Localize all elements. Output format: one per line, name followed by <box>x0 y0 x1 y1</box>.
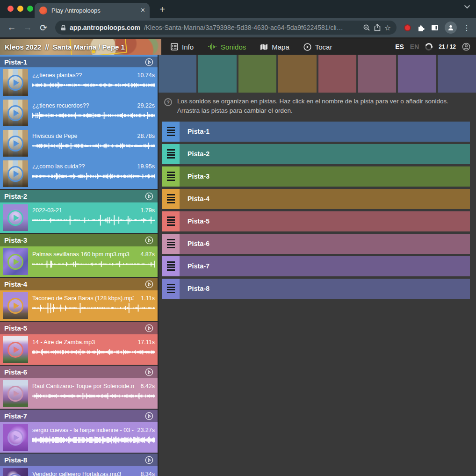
nav-tab-mapa[interactable]: Mapa <box>260 43 289 51</box>
drag-handle-icon[interactable] <box>162 166 180 187</box>
side-panel-icon[interactable] <box>431 24 439 31</box>
clip-item[interactable]: Taconeo de Sara Baras (128 kbps).mp31.11… <box>0 290 158 321</box>
track-row-button-pista-4[interactable]: Pista-4 <box>180 189 470 209</box>
nav-tab-info[interactable]: Info <box>171 43 194 51</box>
sidebar-track-header-pista-2[interactable]: Pista-2 <box>0 190 158 202</box>
lang-en-button[interactable]: EN <box>410 43 419 50</box>
tab-close-icon[interactable]: × <box>141 7 145 14</box>
clip-play-triangle-icon <box>14 171 19 177</box>
sidebar-track-pista-1: Pista-1¿¿tienes plantas??10.74s¿¿tienes … <box>0 55 158 189</box>
clip-thumbnail[interactable] <box>3 130 28 157</box>
sidebar-track-name: Pista-3 <box>4 236 27 244</box>
clip-item[interactable]: Raul Cantizano- Toque por Solenoide.mp36… <box>0 378 158 409</box>
browser-tab-strip: Play Antropoloops × + <box>0 0 476 18</box>
clip-thumbnail[interactable] <box>3 160 28 187</box>
track-row-button-pista-1[interactable]: Pista-1 <box>180 122 470 142</box>
sidebar-track-header-pista-5[interactable]: Pista-5 <box>0 322 158 334</box>
track-row-button-pista-7[interactable]: Pista-7 <box>180 256 470 276</box>
track-color-swatch-pista-2 <box>198 55 236 93</box>
clip-thumbnail[interactable] <box>3 248 28 275</box>
window-minimize-button[interactable] <box>17 6 23 12</box>
clip-item[interactable]: ¿¿como las cuida??19.95s <box>0 159 158 189</box>
drag-handle-icon[interactable] <box>162 279 180 299</box>
forward-button[interactable]: → <box>22 22 34 33</box>
clip-item[interactable]: ¿¿tienes recuerdos??29.22s <box>0 98 158 128</box>
drag-handle-icon[interactable] <box>162 189 180 209</box>
info-list-icon <box>171 43 178 50</box>
track-play-button[interactable] <box>145 412 153 420</box>
browser-tab[interactable]: Play Antropoloops × <box>35 3 150 18</box>
clip-thumbnail[interactable] <box>3 380 28 407</box>
track-row-button-pista-8[interactable]: Pista-8 <box>180 279 470 299</box>
sidebar-track-header-pista-3[interactable]: Pista-3 <box>0 234 158 246</box>
clip-item[interactable]: 2022-03-211.79s <box>0 202 158 233</box>
clip-item[interactable]: 14 - Aire de Zamba.mp317.11s <box>0 334 158 365</box>
track-row-label: Pista-2 <box>188 150 209 158</box>
track-row-button-pista-3[interactable]: Pista-3 <box>180 166 470 187</box>
record-extension-icon[interactable] <box>404 24 411 31</box>
sidebar-track-header-pista-7[interactable]: Pista-7 <box>0 410 158 422</box>
sidebar-track-header-pista-8[interactable]: Pista-8 <box>0 454 158 466</box>
clip-thumbnail[interactable] <box>3 424 28 451</box>
drag-handle-icon[interactable] <box>162 144 180 164</box>
waveform <box>32 434 155 446</box>
track-color-swatch-pista-5 <box>318 55 356 93</box>
track-play-button[interactable] <box>145 236 153 245</box>
track-play-button[interactable] <box>145 456 153 464</box>
clip-body: 2022-03-211.79s <box>28 209 155 226</box>
clip-thumbnail[interactable] <box>3 100 28 126</box>
breadcrumb[interactable]: Kleos 2022 // Santa Marina / Pepe 1 <box>0 39 161 55</box>
waveform <box>32 258 155 270</box>
breadcrumb-project[interactable]: Kleos 2022 <box>5 43 41 51</box>
track-play-button[interactable] <box>145 192 153 201</box>
account-icon[interactable] <box>462 43 470 51</box>
track-play-button[interactable] <box>145 368 153 376</box>
reload-button[interactable]: ⟳ <box>37 22 50 33</box>
window-zoom-button[interactable] <box>27 6 33 12</box>
new-tab-button[interactable]: + <box>156 4 168 16</box>
clip-item[interactable]: Vendedor callejero Hortalizas.mp38.34s <box>0 466 158 476</box>
drag-handle-icon[interactable] <box>162 234 180 254</box>
browser-menu-icon[interactable]: ⋮ <box>463 23 470 32</box>
app-nav: Info Sonidos Mapa Tocar <box>161 39 395 55</box>
track-play-button[interactable] <box>145 324 153 332</box>
clip-item[interactable]: ¿¿tienes plantas??10.74s <box>0 67 158 98</box>
drag-handle-icon[interactable] <box>162 211 180 231</box>
sidebar-track-header-pista-1[interactable]: Pista-1 <box>0 55 158 67</box>
track-row-button-pista-5[interactable]: Pista-5 <box>180 211 470 231</box>
extensions-puzzle-icon[interactable] <box>417 24 425 32</box>
sidebar-track-header-pista-4[interactable]: Pista-4 <box>0 278 158 290</box>
header-right: ES EN 21 / 12 <box>395 39 476 55</box>
track-color-strip <box>159 55 476 93</box>
clip-play-ring-icon <box>7 474 23 476</box>
clip-item[interactable]: Hiviscus de Pepe28.78s <box>0 128 158 159</box>
drag-handle-icon[interactable] <box>162 122 180 142</box>
clip-thumbnail[interactable] <box>3 69 28 96</box>
share-icon[interactable] <box>374 24 381 31</box>
back-button[interactable]: ← <box>6 22 18 33</box>
clip-duration: 6.42s <box>140 383 155 389</box>
lang-es-button[interactable]: ES <box>395 43 404 50</box>
window-close-button[interactable] <box>7 6 14 12</box>
track-row-button-pista-6[interactable]: Pista-6 <box>180 234 470 254</box>
clip-body: ¿¿tienes plantas??10.74s <box>28 74 155 91</box>
clip-thumbnail[interactable] <box>3 468 28 476</box>
clip-item[interactable]: sergio cuevas - la harpe indienne - 03 -… <box>0 422 158 453</box>
track-play-button[interactable] <box>145 280 153 288</box>
clip-thumbnail[interactable] <box>3 204 28 231</box>
waveform <box>32 214 155 226</box>
clip-thumbnail[interactable] <box>3 336 28 363</box>
track-row-button-pista-2[interactable]: Pista-2 <box>180 144 470 164</box>
nav-tab-sonidos[interactable]: Sonidos <box>208 43 246 51</box>
nav-tab-tocar[interactable]: Tocar <box>303 43 332 51</box>
zoom-icon[interactable] <box>363 24 370 31</box>
address-bar[interactable]: app.antropoloops.com /Kleos-Santa-Marina… <box>55 21 397 35</box>
sidebar-track-header-pista-6[interactable]: Pista-6 <box>0 366 158 378</box>
drag-handle-icon[interactable] <box>162 256 180 276</box>
browser-profile-avatar[interactable] <box>445 22 457 34</box>
bookmark-star-icon[interactable]: ☆ <box>384 23 391 32</box>
clip-thumbnail[interactable] <box>3 292 28 319</box>
track-play-button[interactable] <box>145 58 153 66</box>
clip-item[interactable]: Palmas sevillanas 160 bpm mp3.mp34.87s <box>0 246 158 277</box>
tab-search-chevron-icon[interactable] <box>464 5 470 9</box>
